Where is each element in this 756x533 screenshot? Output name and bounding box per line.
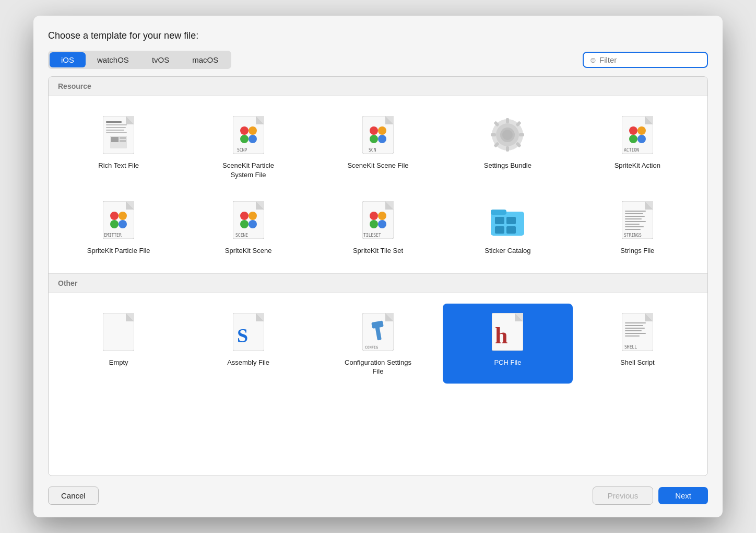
item-assembly-file-label: Assembly File — [227, 358, 269, 367]
item-assembly-file[interactable]: S Assembly File — [183, 304, 313, 384]
svg-point-24 — [378, 126, 386, 135]
svg-point-39 — [502, 130, 513, 140]
item-empty[interactable]: Empty — [54, 304, 183, 384]
item-spritekit-action-label: SpriteKit Action — [615, 161, 660, 170]
svg-point-51 — [110, 212, 119, 220]
svg-point-62 — [249, 220, 257, 228]
svg-point-53 — [110, 220, 119, 228]
section-header-resource: Resource — [49, 77, 707, 96]
next-button[interactable]: Next — [658, 487, 708, 504]
svg-rect-32 — [506, 146, 509, 152]
content-area: Resource — [48, 76, 708, 476]
svg-rect-114 — [625, 333, 646, 334]
resource-grid: Rich Text File SCNP — [49, 96, 707, 274]
svg-rect-115 — [625, 335, 640, 337]
item-sticker-catalog[interactable]: Sticker Catalog — [443, 192, 572, 263]
svg-point-69 — [370, 220, 378, 228]
item-shell-script[interactable]: SHELL Shell Script — [573, 304, 702, 384]
svg-rect-5 — [106, 127, 126, 128]
cancel-button[interactable]: Cancel — [48, 486, 99, 505]
item-scenekit-scene[interactable]: SCN SceneKit Scene File — [313, 107, 443, 187]
item-pch-file[interactable]: h PCH File — [443, 304, 572, 384]
tab-ios[interactable]: iOS — [50, 52, 86, 67]
svg-rect-7 — [106, 132, 127, 133]
item-spritekit-scene[interactable]: SCENE SpriteKit Scene — [183, 192, 313, 263]
svg-text:SCN: SCN — [369, 148, 376, 153]
svg-rect-113 — [625, 330, 642, 331]
item-settings-bundle[interactable]: Settings Bundle — [443, 107, 572, 187]
svg-point-54 — [119, 220, 127, 228]
svg-point-16 — [249, 126, 257, 135]
svg-rect-88 — [625, 229, 641, 230]
svg-text:ACTION: ACTION — [624, 148, 639, 153]
svg-point-18 — [249, 135, 257, 143]
svg-text:h: h — [495, 323, 507, 349]
rich-text-file-icon — [100, 114, 137, 156]
item-pch-file-label: PCH File — [494, 358, 521, 367]
item-empty-label: Empty — [109, 358, 128, 367]
svg-point-17 — [240, 135, 249, 143]
svg-text:EMITTER: EMITTER — [104, 233, 122, 238]
template-dialog: Choose a template for your new file: iOS… — [33, 16, 723, 517]
svg-rect-81 — [625, 211, 646, 212]
settings-bundle-icon — [489, 114, 526, 156]
filter-box[interactable]: ⊜ — [583, 52, 708, 68]
strings-file-icon: STRINGS — [619, 199, 656, 241]
dialog-footer: Cancel Previous Next — [48, 486, 708, 505]
section-header-other: Other — [49, 274, 707, 293]
item-spritekit-tileset[interactable]: TILESET SpriteKit Tile Set — [313, 192, 443, 263]
svg-rect-6 — [106, 130, 124, 131]
item-spritekit-action[interactable]: ACTION SpriteKit Action — [573, 107, 702, 187]
svg-rect-83 — [625, 216, 645, 217]
svg-rect-82 — [625, 213, 643, 214]
filter-input[interactable] — [599, 55, 701, 64]
item-scenekit-particle[interactable]: SCNP SceneKit Particle System File — [183, 107, 313, 187]
item-strings-file[interactable]: STRINGS Strings File — [573, 192, 702, 263]
item-settings-bundle-label: Settings Bundle — [484, 161, 531, 170]
spritekit-particle-icon: EMITTER — [100, 199, 137, 241]
svg-rect-86 — [625, 224, 640, 225]
pch-file-icon: h — [489, 311, 526, 353]
svg-point-15 — [240, 126, 249, 135]
svg-rect-4 — [106, 124, 127, 125]
svg-point-61 — [240, 220, 249, 228]
item-scenekit-scene-label: SceneKit Scene File — [347, 161, 408, 170]
svg-rect-10 — [120, 137, 126, 139]
item-spritekit-particle[interactable]: EMITTER SpriteKit Particle File — [54, 192, 183, 263]
item-rich-text-file[interactable]: Rich Text File — [54, 107, 183, 187]
tab-tvos[interactable]: tvOS — [140, 52, 181, 67]
svg-text:SCNP: SCNP — [237, 148, 247, 153]
svg-rect-76 — [495, 226, 504, 234]
tab-watchos[interactable]: watchOS — [86, 52, 140, 67]
item-strings-file-label: Strings File — [620, 246, 654, 256]
svg-rect-112 — [625, 328, 645, 329]
item-shell-script-label: Shell Script — [620, 358, 655, 367]
svg-rect-110 — [625, 322, 646, 323]
previous-button[interactable]: Previous — [593, 486, 653, 505]
svg-rect-87 — [625, 226, 644, 227]
svg-rect-33 — [491, 133, 496, 136]
svg-rect-75 — [506, 217, 516, 224]
svg-text:STRINGS: STRINGS — [624, 233, 642, 238]
svg-point-25 — [370, 135, 378, 143]
svg-rect-111 — [625, 325, 643, 326]
spritekit-tileset-icon: TILESET — [359, 199, 397, 241]
item-config-file[interactable]: CONFIG Configuration Settings File — [313, 304, 443, 384]
tab-macos[interactable]: macOS — [181, 52, 230, 67]
item-rich-text-file-label: Rich Text File — [98, 161, 139, 170]
svg-point-59 — [240, 212, 249, 220]
spritekit-action-icon: ACTION — [619, 114, 656, 156]
item-sticker-catalog-label: Sticker Catalog — [485, 246, 530, 256]
tab-group: iOS watchOS tvOS macOS — [48, 51, 231, 69]
svg-text:SHELL: SHELL — [624, 345, 637, 350]
svg-point-46 — [637, 135, 646, 143]
svg-rect-31 — [506, 118, 509, 123]
item-spritekit-particle-label: SpriteKit Particle File — [87, 246, 150, 256]
empty-icon — [100, 311, 137, 353]
svg-point-45 — [629, 135, 637, 143]
scenekit-particle-icon: SCNP — [230, 114, 267, 156]
svg-text:CONFIG: CONFIG — [365, 345, 378, 350]
dialog-title: Choose a template for your new file: — [48, 30, 708, 41]
svg-text:TILESET: TILESET — [363, 233, 381, 238]
item-scenekit-particle-label: SceneKit Particle System File — [215, 161, 282, 179]
